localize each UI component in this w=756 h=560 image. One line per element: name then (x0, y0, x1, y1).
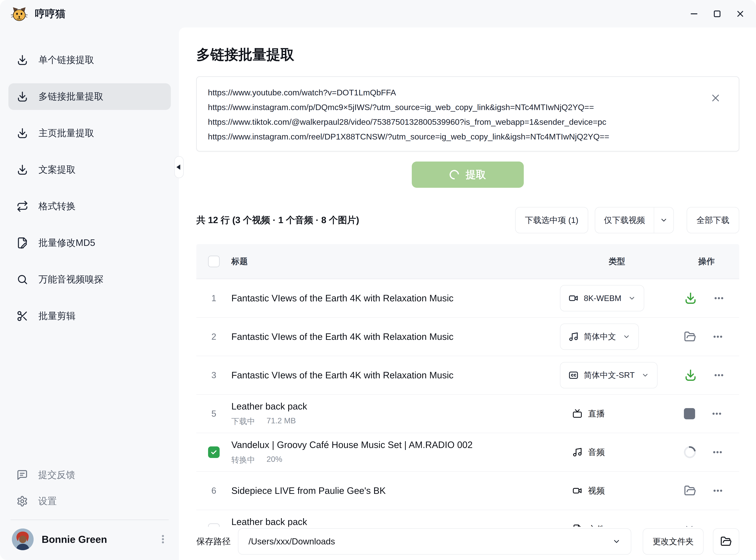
row-title: Fantastic VIews of the Earth 4K with Rel… (231, 331, 550, 342)
video-only-split-button: 仅下载视频 (595, 207, 674, 233)
divider (11, 520, 169, 520)
download-icon (684, 292, 697, 305)
row-number: 5 (212, 408, 216, 419)
download-button[interactable] (684, 368, 697, 382)
table-row: 3 Fantastic VIews of the Earth 4K with R… (196, 356, 739, 395)
message-icon (17, 469, 28, 481)
status-label: 下载中 (231, 416, 255, 427)
user-menu-button[interactable] (158, 534, 168, 545)
media-type: 视频 (560, 485, 605, 496)
format-select[interactable]: 8K-WEBM (560, 285, 644, 311)
dots-horizontal-icon (712, 485, 723, 496)
spinner-icon (447, 168, 461, 181)
download-icon (17, 164, 28, 176)
table-row: 1 Fantastic VIews of the Earth 4K with R… (196, 279, 739, 318)
stop-button[interactable] (684, 408, 695, 419)
format-label: 8K-WEBM (584, 294, 621, 303)
sidebar-item-single-link-extract[interactable]: 单个链接提取 (8, 47, 171, 73)
close-icon[interactable] (735, 9, 745, 19)
cancel-button[interactable] (684, 524, 695, 527)
music-note-icon (572, 447, 582, 457)
page-title: 多链接批量提取 (196, 45, 739, 64)
sidebar-item-feedback[interactable]: 提交反馈 (8, 462, 171, 488)
open-folder-button[interactable] (684, 484, 696, 497)
row-menu-button[interactable] (711, 408, 722, 419)
row-menu-button[interactable] (712, 331, 723, 342)
table-body: 1 Fantastic VIews of the Earth 4K with R… (196, 279, 739, 527)
row-status: 转换中 20% (231, 455, 550, 465)
row-menu-button[interactable] (712, 485, 723, 496)
clear-input-button[interactable] (710, 92, 721, 104)
sidebar-item-format-convert[interactable]: 格式转换 (8, 193, 171, 220)
close-icon (710, 92, 721, 104)
format-label: 简体中文-SRT (584, 370, 635, 381)
user-name: Bonnie Green (42, 534, 107, 545)
table-row: 2 Fantastic VIews of the Earth 4K with R… (196, 318, 739, 356)
sidebar-item-homepage-batch-extract[interactable]: 主页批量提取 (8, 120, 171, 146)
row-title: Fantastic VIews of the Earth 4K with Rel… (231, 369, 550, 381)
chevron-down-icon (623, 333, 630, 341)
format-select[interactable]: 简体中文 (560, 324, 639, 350)
media-type-label: 视频 (588, 485, 605, 496)
column-header-title: 标题 (231, 256, 560, 267)
open-folder-button[interactable] (684, 331, 696, 343)
url-line: https://www.instagram.com/p/DQmc9×5jIWS/… (208, 100, 699, 115)
download-icon (17, 91, 28, 103)
dots-horizontal-icon (713, 293, 724, 304)
row-menu-button[interactable] (712, 446, 723, 458)
sidebar-item-multi-link-batch-extract[interactable]: 多链接批量提取 (8, 83, 171, 110)
extract-button[interactable]: 提取 (412, 161, 524, 188)
sidebar-collapse-handle[interactable] (174, 156, 184, 178)
sidebar-item-settings[interactable]: 设置 (8, 488, 171, 514)
sidebar-item-media-sniffer[interactable]: 万能音视频嗅探 (8, 266, 171, 293)
row-status: 下载中 71.2 MB (231, 416, 550, 427)
row-menu-button[interactable] (713, 293, 724, 304)
format-select[interactable]: 简体中文-SRT (560, 362, 657, 388)
row-checkbox-checked[interactable] (208, 446, 220, 458)
open-save-folder-button[interactable] (713, 528, 739, 555)
url-line: https://www.tiktok.com/@walkerpaul28/vid… (208, 115, 699, 129)
close-icon (684, 524, 695, 527)
check-icon (210, 448, 218, 456)
media-type-label: 文件 (588, 524, 605, 527)
stop-icon (684, 408, 695, 419)
minimize-icon[interactable] (689, 9, 699, 19)
row-checkbox[interactable] (208, 523, 220, 527)
media-type-label: 音频 (588, 446, 605, 458)
row-title: Fantastic VIews of the Earth 4K with Rel… (231, 293, 550, 304)
sidebar-item-label: 批量修改MD5 (39, 237, 95, 249)
table-row: 6 Sidepiece LIVE from Paulie Gee's BK 视频 (196, 472, 739, 510)
change-folder-button[interactable]: 更改文件夹 (643, 528, 703, 555)
sidebar-footer: 提交反馈 设置 Bonnie G (8, 462, 171, 550)
sidebar: 单个链接提取 多链接批量提取 主页批量提取 文案提取 格式转换 批量修改MD5 (0, 27, 179, 560)
row-number: 2 (212, 332, 216, 342)
sidebar-item-batch-clip[interactable]: 批量剪辑 (8, 303, 171, 329)
format-label: 简体中文 (584, 331, 616, 342)
music-note-icon (569, 332, 579, 342)
maximize-icon[interactable] (712, 9, 722, 19)
row-menu-button[interactable] (713, 369, 724, 381)
save-path-bar: 保存路径 /Users/xxx/Downloads 更改文件夹 (196, 527, 739, 560)
file-icon (572, 524, 582, 527)
save-path-select[interactable]: /Users/xxx/Downloads (238, 528, 631, 555)
dots-horizontal-icon (711, 524, 722, 527)
status-detail: 71.2 MB (266, 416, 296, 427)
download-selected-button[interactable]: 下载选中项 (1) (515, 207, 588, 233)
dots-horizontal-icon (713, 369, 724, 381)
file-edit-icon (17, 237, 28, 249)
status-label: 转换中 (231, 455, 255, 465)
video-only-button[interactable]: 仅下载视频 (595, 207, 654, 233)
sidebar-item-copywriting-extract[interactable]: 文案提取 (8, 157, 171, 183)
url-input[interactable]: https://www.youtube.com/watch?v=DOT1LmQb… (196, 77, 739, 152)
sidebar-item-batch-md5[interactable]: 批量修改MD5 (8, 229, 171, 256)
select-all-checkbox[interactable] (208, 256, 220, 267)
row-menu-button[interactable] (711, 524, 722, 527)
video-only-dropdown-button[interactable] (654, 207, 673, 233)
download-all-button[interactable]: 全部下载 (687, 207, 739, 233)
sidebar-item-label: 万能音视频嗅探 (39, 273, 103, 286)
row-number: 3 (212, 370, 216, 380)
url-line: https://www.instagram.com/reel/DP1X88TCN… (208, 129, 699, 144)
titlebar: 哼哼猫 (0, 0, 756, 27)
download-button[interactable] (684, 292, 697, 305)
user-profile[interactable]: Bonnie Green (8, 526, 171, 550)
